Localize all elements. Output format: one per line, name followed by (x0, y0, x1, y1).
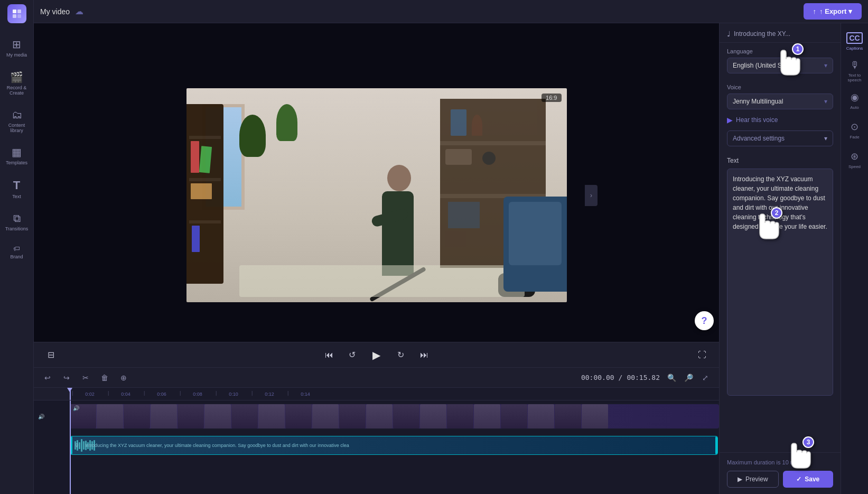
ruler-mark-10: 0:10 (216, 392, 251, 397)
text-to-speech-icon: 🎙 (850, 60, 860, 71)
rewind-5s-button[interactable]: ↺ (344, 347, 361, 363)
auto-label: Auto (850, 105, 858, 110)
redo-button[interactable]: ↪ (59, 370, 74, 385)
clip-frame-18 (528, 404, 554, 428)
clip-volume-icon: 🔊 (73, 405, 79, 411)
audio-track-content[interactable]: 🎙 Introducing the XYZ vacuum cleaner, yo… (70, 435, 719, 456)
video-track-content[interactable]: 🔊 (70, 403, 719, 430)
voice-section: Voice Jenny Multilingual ▾ ▶ Hear this v… (720, 79, 841, 152)
zoom-out-button[interactable]: 🔍 (664, 370, 679, 385)
fullscreen-button[interactable]: ⛶ (694, 347, 711, 363)
right-panel-footer: Maximum duration is 10 min ▶ Preview ✓ S… (720, 452, 841, 494)
playback-controls: ⊟ ⏮ ↺ ▶ ↻ ⏭ ⛶ (34, 342, 719, 367)
shelf-item2 (472, 115, 482, 136)
text-input[interactable] (727, 169, 833, 396)
advanced-settings-button[interactable]: Advanced settings ▾ (727, 131, 833, 146)
ruler-mark-4: 0:04 (108, 392, 144, 397)
video-track-row: 🔊 (34, 400, 719, 432)
music-note-icon: ♩ (727, 30, 731, 38)
video-clip[interactable] (70, 404, 719, 428)
sidebar-item-my-media[interactable]: ⊞ My media (2, 33, 32, 63)
language-select[interactable]: English (United States) ▾ (727, 58, 833, 73)
timeline-tracks: 🔊 (34, 400, 719, 494)
sidebar-item-transitions[interactable]: ⧉ Transitions (2, 207, 32, 237)
content-area: 16:9 › ? ⊟ ⏮ ↺ ▶ ↻ ⏭ (34, 23, 868, 494)
clip-frame-14 (420, 404, 446, 428)
undo-button[interactable]: ↩ (40, 370, 55, 385)
save-label: Save (805, 476, 819, 483)
fit-timeline-button[interactable]: ⤢ (698, 370, 713, 385)
rug (239, 265, 525, 297)
clip-frame-13 (393, 404, 419, 428)
clip-frame-4 (151, 404, 177, 428)
books (445, 231, 466, 247)
clip-frame-3 (124, 404, 150, 428)
skip-to-start-button[interactable]: ⏮ (321, 347, 338, 363)
playback-right-controls: ⛶ (694, 347, 711, 363)
forward-5s-button[interactable]: ↻ (393, 347, 409, 363)
sidebar-item-brand[interactable]: 🏷 Brand (2, 239, 32, 265)
ruler-mark-6: 0:06 (144, 392, 180, 397)
cut-button[interactable]: ✂ (78, 370, 93, 385)
sidebar-item-label: Brand (10, 255, 23, 260)
timeline-duration: 00:15.82 (627, 374, 660, 381)
zoom-in-button[interactable]: 🔎 (681, 370, 696, 385)
video-frame: 16:9 (186, 88, 567, 302)
text-to-speech-icon-button[interactable]: 🎙 Text to speech (843, 57, 866, 85)
right-panel-icon-bar: CC Captions 🎙 Text to speech ◉ Auto ⊙ Fa… (841, 23, 868, 494)
timeline-ruler: 0:02 0:04 0:06 0:08 0:10 0:12 0:14 (34, 388, 719, 400)
delete-button[interactable]: 🗑 (97, 370, 112, 385)
preview-label: Preview (745, 476, 768, 483)
auto-icon-button[interactable]: ◉ Auto (843, 87, 866, 114)
fade-icon: ⊙ (851, 121, 858, 133)
audio-clip[interactable]: 🎙 Introducing the XYZ vacuum cleaner, yo… (70, 436, 718, 455)
plant-element (239, 115, 266, 157)
timeline-section: ↩ ↪ ✂ 🗑 ⊕ 00:00.00 / 00:15.82 🔍 🔎 ⤢ (34, 367, 719, 494)
skip-to-end-button[interactable]: ⏭ (416, 347, 433, 363)
hear-voice-button[interactable]: ▶ Hear this voice (727, 114, 833, 126)
export-button[interactable]: ↑ ↑ Export ▾ (804, 3, 862, 20)
clip-frame-15 (447, 404, 473, 428)
video-track-label: 🔊 (34, 414, 70, 420)
clip-frame-11 (339, 404, 366, 428)
timeline-zoom-controls: 🔍 🔎 ⤢ (664, 370, 713, 385)
sidebar-item-label: Transitions (5, 227, 29, 232)
captions-icon: CC (846, 32, 862, 44)
fade-icon-button[interactable]: ⊙ Fade (843, 116, 866, 144)
help-button[interactable]: ? (695, 311, 714, 330)
sidebar-item-text[interactable]: T Text (2, 173, 32, 205)
aspect-ratio-badge: 16:9 (542, 94, 561, 102)
media-add-button[interactable]: ⊕ (116, 370, 131, 385)
preview-button[interactable]: ▶ Preview (727, 471, 779, 488)
sidebar-item-templates[interactable]: ▦ Templates (2, 141, 32, 171)
speed-icon-button[interactable]: ⊛ Speed (843, 146, 866, 173)
shelf-item (451, 109, 466, 136)
clip-frame-8 (258, 404, 285, 428)
voice-value: Jenny Multilingual (733, 98, 783, 105)
fade-label: Fade (850, 135, 859, 139)
sidebar-item-record-create[interactable]: 🎬 Record & Create (2, 66, 32, 101)
right-panel-content: ♩ Introducing the XY... Language English… (720, 23, 841, 452)
voice-select[interactable]: Jenny Multilingual ▾ (727, 94, 833, 109)
clip-frame-12 (366, 404, 393, 428)
play-pause-button[interactable]: ▶ (367, 346, 386, 365)
speed-icon: ⊛ (851, 151, 858, 162)
plant-2 (276, 104, 297, 141)
captions-icon-button[interactable]: CC Captions (843, 27, 866, 55)
subtitle-toggle-button[interactable]: ⊟ (42, 347, 59, 363)
text-to-speech-label: Text to speech (843, 73, 866, 82)
save-button[interactable]: ✓ Save (783, 471, 834, 488)
couch (503, 197, 567, 292)
ruler-track-header (34, 388, 70, 400)
ruler-mark-8: 0:08 (180, 392, 216, 397)
project-title[interactable]: My video (40, 7, 70, 16)
audio-clip-handle-left[interactable] (70, 436, 72, 454)
svg-rect-3 (17, 14, 21, 18)
panel-collapse-arrow[interactable]: › (585, 185, 598, 206)
clip-frame-9 (285, 404, 312, 428)
right-panel-title: Introducing the XY... (734, 30, 790, 38)
sidebar-item-content-library[interactable]: 🗂 Content library (2, 104, 32, 139)
preview-play-icon: ▶ (738, 476, 742, 483)
sphere (482, 152, 496, 165)
audio-clip-handle-right[interactable] (715, 436, 717, 454)
